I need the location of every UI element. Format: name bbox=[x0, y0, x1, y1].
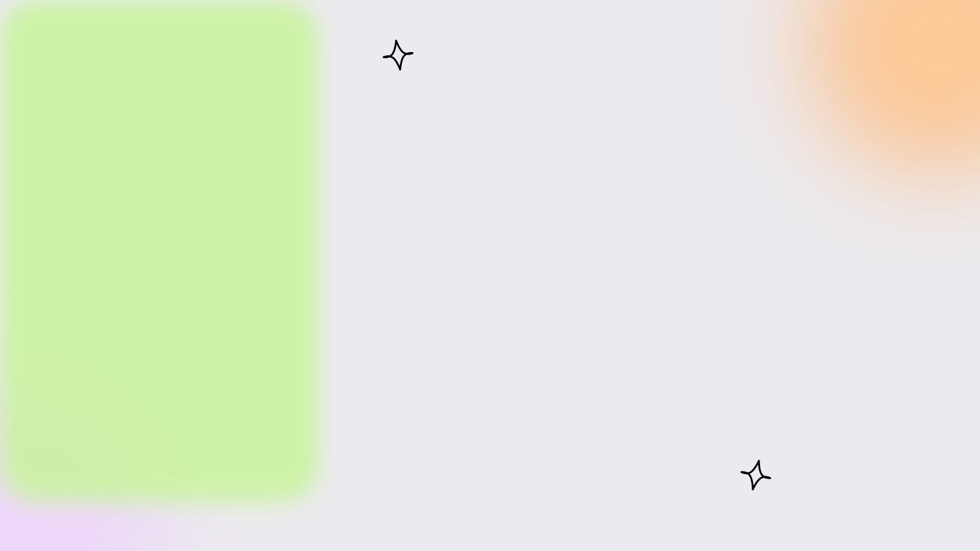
decorative-green-glow bbox=[0, 0, 318, 502]
decorative-blob-top-right bbox=[809, 0, 980, 171]
sparkle-icon bbox=[740, 459, 772, 491]
sparkle-icon bbox=[382, 39, 414, 71]
